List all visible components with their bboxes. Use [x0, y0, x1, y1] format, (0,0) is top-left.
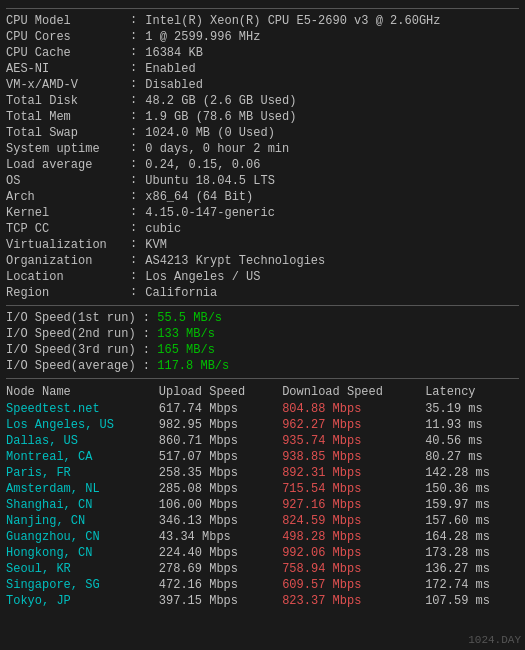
info-colon: :: [126, 93, 145, 109]
info-colon: :: [126, 269, 145, 285]
speed-latency: 35.19 ms: [425, 401, 519, 417]
mid-divider: [6, 305, 519, 306]
speed-node: Singapore, SG: [6, 577, 159, 593]
info-val: cubic: [145, 221, 519, 237]
speed-upload: 517.07 Mbps: [159, 449, 282, 465]
speed-latency: 40.56 ms: [425, 433, 519, 449]
speed-row: Singapore, SG 472.16 Mbps 609.57 Mbps 17…: [6, 577, 519, 593]
speed-row: Dallas, US 860.71 Mbps 935.74 Mbps 40.56…: [6, 433, 519, 449]
speed-row: Amsterdam, NL 285.08 Mbps 715.54 Mbps 15…: [6, 481, 519, 497]
info-row: Virtualization : KVM: [6, 237, 519, 253]
speed-upload: 617.74 Mbps: [159, 401, 282, 417]
info-colon: :: [126, 45, 145, 61]
speed-download: 804.88 Mbps: [282, 401, 425, 417]
info-key: Total Mem: [6, 109, 126, 125]
io-row: I/O Speed(3rd run) : 165 MB/s: [6, 342, 519, 358]
speed-download: 824.59 Mbps: [282, 513, 425, 529]
info-colon: :: [126, 253, 145, 269]
speed-latency: 164.28 ms: [425, 529, 519, 545]
speed-col-header: Latency: [425, 383, 519, 401]
speed-latency: 142.28 ms: [425, 465, 519, 481]
system-info-table: CPU Model : Intel(R) Xeon(R) CPU E5-2690…: [6, 13, 519, 301]
info-row: Total Mem : 1.9 GB (78.6 MB Used): [6, 109, 519, 125]
io-label: I/O Speed(3rd run) :: [6, 343, 150, 357]
info-key: CPU Model: [6, 13, 126, 29]
speed-latency: 80.27 ms: [425, 449, 519, 465]
speed-node: Seoul, KR: [6, 561, 159, 577]
info-val: 1024.0 MB (0 Used): [145, 125, 519, 141]
info-key: Virtualization: [6, 237, 126, 253]
info-colon: :: [126, 157, 145, 173]
speed-node: Tokyo, JP: [6, 593, 159, 609]
speed-download: 935.74 Mbps: [282, 433, 425, 449]
info-key: System uptime: [6, 141, 126, 157]
speed-latency: 107.59 ms: [425, 593, 519, 609]
info-colon: :: [126, 237, 145, 253]
speed-col-header: Upload Speed: [159, 383, 282, 401]
info-val: Intel(R) Xeon(R) CPU E5-2690 v3 @ 2.60GH…: [145, 13, 519, 29]
info-colon: :: [126, 13, 145, 29]
speed-row: Los Angeles, US 982.95 Mbps 962.27 Mbps …: [6, 417, 519, 433]
speed-latency: 136.27 ms: [425, 561, 519, 577]
info-row: Arch : x86_64 (64 Bit): [6, 189, 519, 205]
speed-node: Speedtest.net: [6, 401, 159, 417]
speed-node: Montreal, CA: [6, 449, 159, 465]
speed-row: Montreal, CA 517.07 Mbps 938.85 Mbps 80.…: [6, 449, 519, 465]
speed-row: Shanghai, CN 106.00 Mbps 927.16 Mbps 159…: [6, 497, 519, 513]
speed-node: Hongkong, CN: [6, 545, 159, 561]
info-val: 48.2 GB (2.6 GB Used): [145, 93, 519, 109]
info-colon: :: [126, 77, 145, 93]
info-val: 16384 KB: [145, 45, 519, 61]
info-colon: :: [126, 221, 145, 237]
io-value: 117.8 MB/s: [157, 359, 229, 373]
speed-col-header: Download Speed: [282, 383, 425, 401]
info-row: CPU Cache : 16384 KB: [6, 45, 519, 61]
io-row: I/O Speed(1st run) : 55.5 MB/s: [6, 310, 519, 326]
info-val: 0.24, 0.15, 0.06: [145, 157, 519, 173]
speed-latency: 157.60 ms: [425, 513, 519, 529]
speed-node: Amsterdam, NL: [6, 481, 159, 497]
info-key: TCP CC: [6, 221, 126, 237]
info-key: Kernel: [6, 205, 126, 221]
info-key: CPU Cores: [6, 29, 126, 45]
info-key: OS: [6, 173, 126, 189]
io-value: 133 MB/s: [157, 327, 215, 341]
info-row: TCP CC : cubic: [6, 221, 519, 237]
info-row: System uptime : 0 days, 0 hour 2 min: [6, 141, 519, 157]
speed-row: Nanjing, CN 346.13 Mbps 824.59 Mbps 157.…: [6, 513, 519, 529]
io-value: 55.5 MB/s: [157, 311, 222, 325]
info-val: 1.9 GB (78.6 MB Used): [145, 109, 519, 125]
info-row: OS : Ubuntu 18.04.5 LTS: [6, 173, 519, 189]
speed-node: Shanghai, CN: [6, 497, 159, 513]
info-val: Ubuntu 18.04.5 LTS: [145, 173, 519, 189]
io-label: I/O Speed(2nd run) :: [6, 327, 150, 341]
speed-download: 823.37 Mbps: [282, 593, 425, 609]
io-speed-section: I/O Speed(1st run) : 55.5 MB/sI/O Speed(…: [6, 310, 519, 374]
info-colon: :: [126, 141, 145, 157]
info-key: CPU Cache: [6, 45, 126, 61]
info-row: AES-NI : Enabled: [6, 61, 519, 77]
info-row: Location : Los Angeles / US: [6, 269, 519, 285]
speed-download: 892.31 Mbps: [282, 465, 425, 481]
speed-upload: 346.13 Mbps: [159, 513, 282, 529]
speed-node: Paris, FR: [6, 465, 159, 481]
top-divider: [6, 8, 519, 9]
info-val: Los Angeles / US: [145, 269, 519, 285]
info-val: Disabled: [145, 77, 519, 93]
speed-upload: 224.40 Mbps: [159, 545, 282, 561]
info-val: Enabled: [145, 61, 519, 77]
info-key: Load average: [6, 157, 126, 173]
info-row: CPU Model : Intel(R) Xeon(R) CPU E5-2690…: [6, 13, 519, 29]
info-colon: :: [126, 205, 145, 221]
info-val: x86_64 (64 Bit): [145, 189, 519, 205]
info-key: Organization: [6, 253, 126, 269]
info-key: Total Swap: [6, 125, 126, 141]
speed-download: 992.06 Mbps: [282, 545, 425, 561]
info-colon: :: [126, 125, 145, 141]
speed-latency: 150.36 ms: [425, 481, 519, 497]
info-colon: :: [126, 61, 145, 77]
speed-upload: 472.16 Mbps: [159, 577, 282, 593]
info-row: Total Disk : 48.2 GB (2.6 GB Used): [6, 93, 519, 109]
speed-upload: 860.71 Mbps: [159, 433, 282, 449]
speed-upload: 43.34 Mbps: [159, 529, 282, 545]
